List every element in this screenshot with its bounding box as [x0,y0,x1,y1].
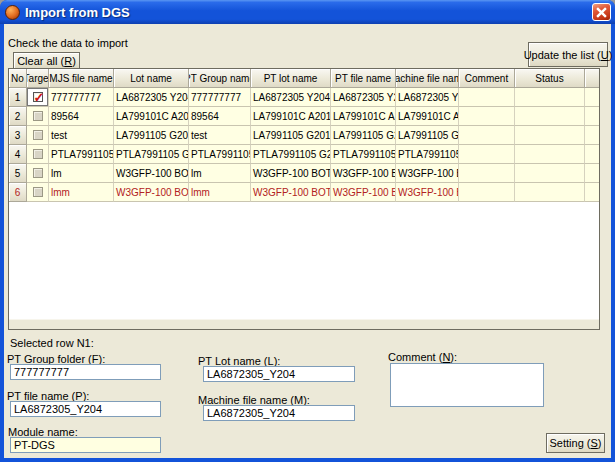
checkbox-cell[interactable] [27,183,49,202]
cell-lot-name[interactable]: LA799101C A201 [114,107,189,126]
cell-pt-lot[interactable]: LA6872305 Y204 [251,88,331,107]
cell-status[interactable] [515,88,585,107]
cell-lot-name[interactable]: PTLA7991105 G201 [114,145,189,164]
table-row[interactable]: 5 lm W3GFP-100 BOT lm W3GFP-100 BOT W3GF… [9,164,599,183]
cell-mjs-file[interactable]: 777777777 [49,88,114,107]
cell-pt-lot[interactable]: W3GFP-100 BOT [251,164,331,183]
table-row[interactable]: 1 777777777 LA6872305 Y204 777777777 LA6… [9,88,599,107]
comment-field[interactable] [390,363,544,407]
row-number[interactable]: 6 [9,183,27,202]
cell-machine-file[interactable]: LA6872305 Y204 [396,88,459,107]
row-checkbox[interactable] [33,168,43,178]
module-name-field[interactable]: PT-DGS [10,437,161,453]
header-pt-group[interactable]: PT Group name [189,69,251,88]
cell-pt-file[interactable]: LA6872305 Y204 [331,88,396,107]
table-row[interactable]: 4 PTLA7991105 PTLA7991105 G201 PTLA79911… [9,145,599,164]
clear-all-button[interactable]: Clear all (R) [13,52,80,69]
table-row[interactable]: 6 lmm W3GFP-100 BOT lmm W3GFP-100 BOT W3… [9,183,599,202]
cell-pt-group[interactable]: test [189,126,251,145]
header-lot-name[interactable]: Lot name [114,69,189,88]
cell-pt-file[interactable]: W3GFP-100 BOT [331,183,396,202]
cell-filler [585,183,600,202]
close-button[interactable] [592,3,611,21]
cell-pt-group[interactable]: 89564 [189,107,251,126]
machine-file-name-field[interactable]: LA6872305_Y204 [203,405,355,421]
cell-mjs-file[interactable]: test [49,126,114,145]
cell-lot-name[interactable]: LA7991105 G201 [114,126,189,145]
cell-pt-lot[interactable]: LA799101C A201 [251,107,331,126]
row-number[interactable]: 3 [9,126,27,145]
cell-comment[interactable] [459,126,515,145]
cell-pt-lot[interactable]: W3GFP-100 BOT [251,183,331,202]
cell-lot-name[interactable]: LA6872305 Y204 [114,88,189,107]
row-number[interactable]: 4 [9,145,27,164]
cell-pt-group[interactable]: PTLA7991105 [189,145,251,164]
header-pt-lot[interactable]: PT lot name [251,69,331,88]
cell-pt-group[interactable]: lmm [189,183,251,202]
cell-machine-file[interactable]: W3GFP-100 BOT [396,183,459,202]
cell-comment[interactable] [459,88,515,107]
checkbox-cell[interactable] [27,126,49,145]
cell-comment[interactable] [459,107,515,126]
cell-filler [585,164,600,183]
header-pt-file[interactable]: PT file name [331,69,396,88]
setting-button[interactable]: Setting (S) [546,433,605,453]
pt-lot-name-field[interactable]: LA6872305_Y204 [203,366,355,382]
row-checkbox[interactable] [33,111,43,121]
row-number[interactable]: 1 [9,88,27,107]
cell-status[interactable] [515,107,585,126]
header-target[interactable]: Target [27,69,49,88]
cell-machine-file[interactable]: PTLA7991105 G201 [396,145,459,164]
cell-pt-file[interactable]: LA7991105 G201 [331,126,396,145]
cell-pt-group[interactable]: 777777777 [189,88,251,107]
cell-pt-file[interactable]: LA799101C A201 [331,107,396,126]
checkbox-cell[interactable] [27,107,49,126]
table-row[interactable]: 2 89564 LA799101C A201 89564 LA799101C A… [9,107,599,126]
cell-lot-name[interactable]: W3GFP-100 BOT [114,183,189,202]
close-icon [596,7,607,18]
cell-status[interactable] [515,164,585,183]
cell-mjs-file[interactable]: lmm [49,183,114,202]
row-checkbox[interactable] [33,92,43,102]
setting-label: Setting (S) [550,437,602,449]
cell-status[interactable] [515,183,585,202]
cell-mjs-file[interactable]: 89564 [49,107,114,126]
header-comment[interactable]: Comment [459,69,515,88]
cell-pt-group[interactable]: lm [189,164,251,183]
cell-lot-name[interactable]: W3GFP-100 BOT [114,164,189,183]
selected-row-label: Selected row N1: [10,337,94,349]
cell-comment[interactable] [459,183,515,202]
window-title: Import from DGS [25,5,130,20]
row-checkbox[interactable] [33,130,43,140]
row-number[interactable]: 5 [9,164,27,183]
cell-pt-file[interactable]: PTLA7991105 G201 [331,145,396,164]
row-number[interactable]: 2 [9,107,27,126]
cell-pt-lot[interactable]: PTLA7991105 G201 [251,145,331,164]
cell-machine-file[interactable]: LA7991105 G201 [396,126,459,145]
horizontal-scrollbar[interactable] [9,318,599,329]
cell-machine-file[interactable]: LA799101C A201 [396,107,459,126]
header-machine-file[interactable]: Machine file name [396,69,459,88]
pt-group-folder-field[interactable]: 777777777 [10,364,161,380]
header-mjs-file[interactable]: MJS file name [49,69,114,88]
checkbox-cell[interactable] [27,88,49,107]
cell-comment[interactable] [459,164,515,183]
cell-status[interactable] [515,145,585,164]
cell-mjs-file[interactable]: lm [49,164,114,183]
header-no[interactable]: No [9,69,27,88]
cell-comment[interactable] [459,145,515,164]
cell-machine-file[interactable]: W3GFP-100 BOT [396,164,459,183]
cell-mjs-file[interactable]: PTLA7991105 [49,145,114,164]
update-list-button[interactable]: Update the list (U) [528,42,608,67]
cell-status[interactable] [515,126,585,145]
row-checkbox[interactable] [33,187,43,197]
header-status[interactable]: Status [515,69,585,88]
title-bar[interactable]: Import from DGS [0,0,615,24]
pt-file-name-field[interactable]: LA6872305_Y204 [10,401,161,417]
checkbox-cell[interactable] [27,145,49,164]
table-row[interactable]: 3 test LA7991105 G201 test LA7991105 G20… [9,126,599,145]
cell-pt-file[interactable]: W3GFP-100 BOT [331,164,396,183]
cell-pt-lot[interactable]: LA7991105 G201 [251,126,331,145]
row-checkbox[interactable] [33,149,43,159]
checkbox-cell[interactable] [27,164,49,183]
